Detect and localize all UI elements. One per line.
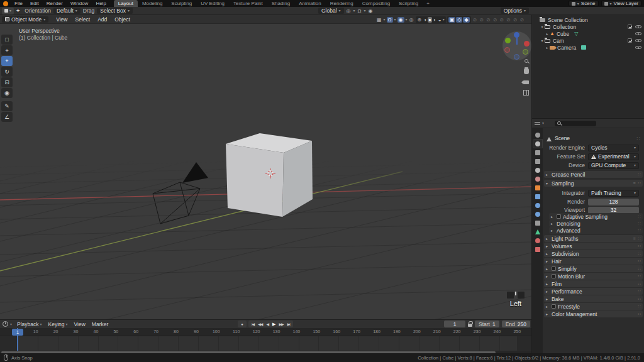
active-tool-dropdown[interactable]: ▾: [2, 8, 14, 14]
orientation-dropdown[interactable]: Default ▾: [53, 8, 80, 14]
camera-view-button[interactable]: [522, 78, 530, 86]
tab-constraints[interactable]: [533, 219, 542, 227]
outliner-row-cube[interactable]: ▸▲Cube▽: [532, 30, 644, 37]
expand-arrow-icon[interactable]: ▾: [540, 38, 545, 43]
viewport-value-field[interactable]: 32: [588, 207, 639, 214]
tab-object[interactable]: [533, 184, 542, 192]
axis-x-positive-handle[interactable]: [524, 41, 530, 47]
panel-checkbox[interactable]: [557, 214, 561, 219]
timeline-menu-view[interactable]: View: [71, 321, 89, 327]
options-dropdown[interactable]: Options ▾: [501, 8, 529, 14]
expand-arrow-icon[interactable]: ▸: [545, 45, 550, 50]
tab-texture[interactable]: [533, 245, 542, 253]
panel-header-film[interactable]: ▸Film∷: [544, 280, 643, 287]
panel-header-subdivision[interactable]: ▸Subdivision∷: [544, 250, 643, 257]
editor-type-clock-icon[interactable]: [3, 321, 8, 327]
view-layer-selector[interactable]: ▾ View Layer: [601, 1, 641, 6]
menu-file[interactable]: File: [11, 1, 26, 6]
filter-c-icon[interactable]: ⊘: [513, 17, 518, 23]
annotate-tool-button[interactable]: ✎: [1, 101, 13, 111]
end-frame-field[interactable]: End 250: [502, 321, 530, 327]
workspace-tab-uv-editing[interactable]: UV Editing: [196, 0, 229, 7]
axis-y-negative-handle[interactable]: [523, 49, 528, 55]
viewport-menu-add[interactable]: Add: [94, 16, 111, 23]
preset-menu-icon[interactable]: ≡: [633, 236, 635, 241]
menu-render[interactable]: Render: [43, 1, 67, 6]
workspace-tab-rendering[interactable]: Rendering: [326, 0, 358, 7]
tab-physics[interactable]: [533, 210, 542, 218]
current-frame-field[interactable]: 1: [444, 321, 465, 327]
axis-z-positive-handle[interactable]: [514, 32, 519, 38]
zoom-button[interactable]: [522, 57, 530, 65]
axis-y-positive-handle[interactable]: [505, 38, 511, 43]
material-shading-icon[interactable]: ◐: [433, 17, 437, 23]
solid-shading-icon[interactable]: ●: [428, 17, 432, 23]
panel-header-advanced[interactable]: ▸Advanced∷: [549, 227, 643, 234]
workspace-tab-sculpting[interactable]: Sculpting: [167, 0, 196, 7]
jump-to-end-button[interactable]: ▶|: [286, 322, 292, 326]
proportional-editing-icon[interactable]: ◉: [368, 8, 374, 14]
panel-header-sampling[interactable]: ▾Sampling≡∷: [544, 180, 643, 187]
editor-type-icon[interactable]: [535, 121, 540, 126]
expand-arrow-icon[interactable]: ▾: [540, 25, 545, 29]
workspace-tab-scripting[interactable]: Scripting: [394, 0, 423, 7]
panel-header-hair[interactable]: ▸Hair∷: [544, 258, 643, 265]
panel-header-performance[interactable]: ▸Performance∷: [544, 288, 643, 295]
outliner-row-camera[interactable]: ▸Camera: [532, 44, 644, 51]
playhead-frame-badge[interactable]: 1: [12, 329, 23, 336]
snap-magnet-icon[interactable]: Ω: [387, 17, 393, 23]
viewport-3d[interactable]: User Perspective (1) Collection | Cube □…: [0, 24, 531, 319]
timeline-menu-keying[interactable]: Keying▾: [45, 321, 71, 327]
axis-z-negative-handle[interactable]: [514, 54, 519, 60]
menu-edit[interactable]: Edit: [26, 1, 43, 6]
outliner-row-cam[interactable]: ▾Cam: [532, 37, 644, 44]
active-tool-icon[interactable]: ▦: [376, 17, 382, 23]
panel-header-motion-blur[interactable]: ▸Motion Blur∷: [544, 273, 643, 280]
overlays-toggle-icon[interactable]: ◑: [423, 17, 427, 23]
render-preview-icon[interactable]: ◆: [463, 17, 469, 23]
exclude-checkbox[interactable]: [628, 38, 632, 43]
record-button[interactable]: ●: [238, 321, 247, 327]
mode-dropdown[interactable]: Object Mode ▾: [2, 16, 48, 23]
cube-front-face[interactable]: [226, 144, 284, 217]
outliner-row-scene-collection[interactable]: Scene Collection: [532, 16, 644, 23]
menu-window[interactable]: Window: [67, 1, 92, 6]
tab-particles[interactable]: [533, 201, 542, 209]
rendered-shading-icon[interactable]: ◒: [438, 17, 442, 23]
measure-tool-button[interactable]: ∠: [1, 112, 13, 122]
start-frame-field[interactable]: Start 1: [475, 321, 499, 327]
timeline-menu-marker[interactable]: Marker: [89, 321, 111, 327]
hide-select-icon[interactable]: ⊘: [479, 17, 484, 23]
panel-header-denoising[interactable]: ▸Denoising∷: [549, 220, 643, 227]
play-reverse-button[interactable]: ◀: [264, 322, 270, 326]
play-button[interactable]: ▶: [270, 322, 277, 327]
render-engine-dropdown[interactable]: Cycles▾: [588, 145, 639, 151]
transform-orientation-dropdown[interactable]: Global ▾: [318, 8, 344, 14]
panel-header-volumes[interactable]: ▸Volumes∷: [544, 243, 643, 250]
panel-header-color-management[interactable]: ▸Color Management∷: [544, 310, 643, 317]
axis-x-negative-handle[interactable]: [504, 47, 510, 53]
add-workspace-button[interactable]: +: [423, 1, 433, 6]
wireframe-mode-icon[interactable]: ◇: [456, 17, 462, 23]
tab-scene[interactable]: [533, 166, 542, 174]
hide-render-icon[interactable]: ⊘: [492, 17, 498, 23]
workspace-tab-animation[interactable]: Animation: [294, 0, 326, 7]
hide-in-viewport-eye-icon[interactable]: [635, 31, 641, 36]
render-value-field[interactable]: 128: [588, 199, 639, 206]
panel-checkbox[interactable]: [552, 266, 556, 271]
panel-header-light-paths[interactable]: ▸Light Paths≡∷: [544, 235, 643, 242]
hide-in-viewport-eye-icon[interactable]: [635, 38, 641, 43]
workspace-tab-compositing[interactable]: Compositing: [358, 0, 394, 7]
viewport-menu-select[interactable]: Select: [72, 16, 94, 23]
tab-material[interactable]: [533, 236, 542, 244]
snap-magnet-icon[interactable]: Ω: [357, 8, 362, 14]
tab-object-data[interactable]: [533, 228, 542, 236]
lock-icon[interactable]: [468, 324, 472, 327]
workspace-tab-layout[interactable]: Layout: [114, 0, 138, 7]
next-keyframe-button[interactable]: ▶▶: [277, 322, 285, 326]
pivot-point-icon[interactable]: ◎: [409, 17, 414, 23]
properties-search-input[interactable]: [555, 121, 596, 126]
tab-tool[interactable]: [533, 131, 542, 139]
scene-selector[interactable]: ▾ Scene: [569, 1, 599, 6]
feature-set-dropdown[interactable]: !Experimental▾: [588, 153, 639, 160]
